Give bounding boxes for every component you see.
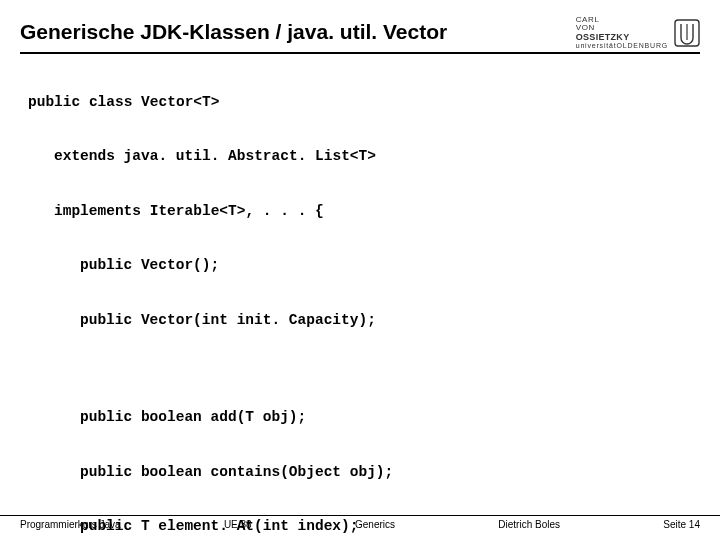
code-line: implements Iterable<T>, . . . { [20,204,700,219]
code-line: public Vector(); [20,258,700,273]
page-title: Generische JDK-Klassen / java. util. Vec… [20,14,447,44]
code-gap [20,367,700,381]
university-logo: CARL VON OSSIETZKY universitätOLDENBURG [576,14,700,50]
footer: Programmierkurs Java UE 38 Generics Diet… [0,515,720,530]
code-line: public Vector(int init. Capacity); [20,313,700,328]
footer-topic: Generics [355,519,395,530]
slide: Generische JDK-Klassen / java. util. Vec… [0,0,720,540]
university-mark-icon [674,19,700,47]
footer-course: Programmierkurs Java [20,519,121,530]
code-line: public boolean add(T obj); [20,410,700,425]
footer-unit: UE 38 [224,519,252,530]
code-line: public class Vector<T> [20,95,700,110]
logo-text: CARL VON OSSIETZKY universitätOLDENBURG [576,16,668,50]
code-line: public boolean contains(Object obj); [20,465,700,480]
code-block: public class Vector<T> extends java. uti… [20,66,700,540]
logo-line-4: universitätOLDENBURG [576,42,668,49]
code-line: extends java. util. Abstract. List<T> [20,149,700,164]
footer-page: Seite 14 [663,519,700,530]
footer-author: Dietrich Boles [498,519,560,530]
logo-line-3: OSSIETZKY [576,33,668,42]
title-row: Generische JDK-Klassen / java. util. Vec… [20,14,700,54]
